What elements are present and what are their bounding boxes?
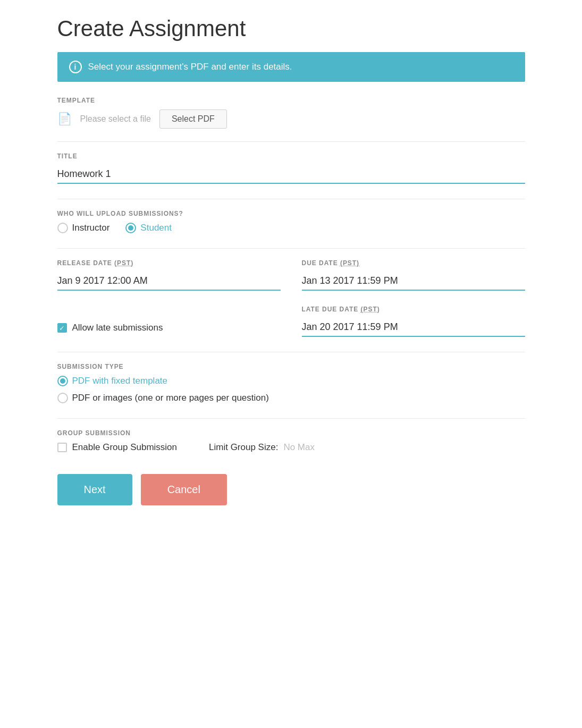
enable-group-text: Enable Group Submission xyxy=(72,442,178,453)
action-buttons: Next Cancel xyxy=(57,474,525,505)
student-radio[interactable] xyxy=(125,223,136,233)
instructor-label: Instructor xyxy=(72,223,110,233)
late-submissions-label: Allow late submissions xyxy=(72,323,163,333)
file-icon: 📄 xyxy=(57,112,72,126)
release-date-field: RELEASE DATE (PST) xyxy=(57,259,281,291)
due-date-label: DUE DATE (PST) xyxy=(302,259,525,267)
checkmark-icon: ✓ xyxy=(59,325,65,332)
student-radio-option[interactable]: Student xyxy=(125,223,172,233)
instructor-radio-option[interactable]: Instructor xyxy=(57,223,110,233)
pdf-fixed-option[interactable]: PDF with fixed template xyxy=(57,376,525,386)
submission-type-label: SUBMISSION TYPE xyxy=(57,363,525,370)
late-due-date-field: LATE DUE DATE (PST) xyxy=(302,306,525,337)
enable-group-checkbox[interactable] xyxy=(57,443,67,452)
pdf-images-radio[interactable] xyxy=(57,393,68,403)
no-max-value: No Max xyxy=(283,442,315,453)
title-input[interactable] xyxy=(57,165,525,184)
due-date-field: DUE DATE (PST) xyxy=(302,259,525,291)
info-banner: i Select your assignment's PDF and enter… xyxy=(57,52,525,82)
group-submission-section: GROUP SUBMISSION Enable Group Submission… xyxy=(57,429,525,453)
title-section: TITLE xyxy=(57,153,525,184)
next-button[interactable]: Next xyxy=(57,474,132,505)
who-uploads-label: WHO WILL UPLOAD SUBMISSIONS? xyxy=(57,210,525,217)
template-section: TEMPLATE 📄 Please select a file Select P… xyxy=(57,97,525,129)
pdf-images-option[interactable]: PDF or images (one or more pages per que… xyxy=(57,393,525,403)
select-pdf-button[interactable]: Select PDF xyxy=(159,109,227,129)
template-label: TEMPLATE xyxy=(57,97,525,104)
who-uploads-section: WHO WILL UPLOAD SUBMISSIONS? Instructor … xyxy=(57,210,525,233)
title-label: TITLE xyxy=(57,153,525,160)
release-date-label: RELEASE DATE (PST) xyxy=(57,259,281,267)
late-due-date-input[interactable] xyxy=(302,318,525,337)
late-due-date-label: LATE DUE DATE (PST) xyxy=(302,306,525,313)
student-label: Student xyxy=(140,223,172,233)
pdf-fixed-radio[interactable] xyxy=(57,376,68,386)
cancel-button[interactable]: Cancel xyxy=(141,474,227,505)
info-icon: i xyxy=(69,61,82,73)
limit-group-label: Limit Group Size: xyxy=(209,442,278,453)
group-submission-row: Enable Group Submission Limit Group Size… xyxy=(57,442,525,453)
submission-type-section: SUBMISSION TYPE PDF with fixed template … xyxy=(57,363,525,403)
late-checkbox-area: ✓ Allow late submissions xyxy=(57,306,281,333)
due-date-input[interactable] xyxy=(302,272,525,291)
page-title: Create Assignment xyxy=(57,16,525,41)
pdf-fixed-label: PDF with fixed template xyxy=(72,376,168,386)
late-submissions-row: ✓ Allow late submissions LATE DUE DATE (… xyxy=(57,306,525,337)
file-placeholder: Please select a file xyxy=(80,114,151,124)
enable-group-checkbox-label[interactable]: Enable Group Submission xyxy=(57,442,178,453)
dates-row: RELEASE DATE (PST) DUE DATE (PST) xyxy=(57,259,525,291)
limit-group-size: Limit Group Size: No Max xyxy=(209,442,315,453)
instructor-radio[interactable] xyxy=(57,223,68,233)
late-submissions-checkbox[interactable]: ✓ xyxy=(57,323,67,333)
upload-radio-group: Instructor Student xyxy=(57,223,525,233)
group-submission-label: GROUP SUBMISSION xyxy=(57,429,525,437)
submission-type-options: PDF with fixed template PDF or images (o… xyxy=(57,376,525,403)
release-date-input[interactable] xyxy=(57,272,281,291)
banner-text: Select your assignment's PDF and enter i… xyxy=(88,62,292,72)
pdf-images-label: PDF or images (one or more pages per que… xyxy=(72,393,269,403)
